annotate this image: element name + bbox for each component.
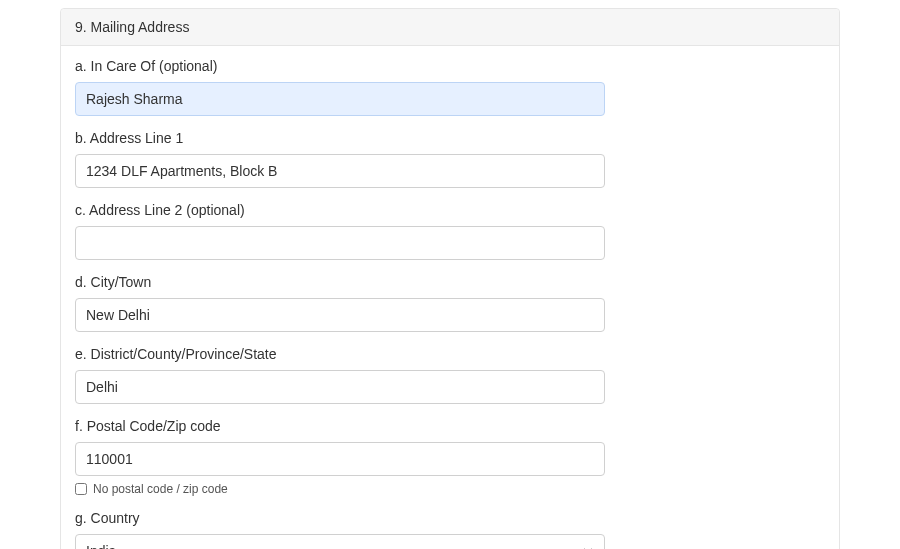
section-title: 9. Mailing Address [75,19,189,35]
country-select[interactable]: India [75,534,605,549]
address-line-1-input[interactable] [75,154,605,188]
section-body: a. In Care Of (optional) b. Address Line… [61,46,839,549]
in-care-of-input[interactable] [75,82,605,116]
district-input[interactable] [75,370,605,404]
field-city: d. City/Town [75,274,825,332]
field-address-line-2: c. Address Line 2 (optional) [75,202,825,260]
field-in-care-of: a. In Care Of (optional) [75,58,825,116]
section-header: 9. Mailing Address [61,9,839,46]
field-district: e. District/County/Province/State [75,346,825,404]
city-label: d. City/Town [75,274,825,290]
address-line-2-label: c. Address Line 2 (optional) [75,202,825,218]
country-select-wrap: India [75,534,605,549]
address-line-1-label: b. Address Line 1 [75,130,825,146]
country-label: g. Country [75,510,825,526]
no-postal-row: No postal code / zip code [75,482,825,496]
no-postal-label: No postal code / zip code [93,482,228,496]
no-postal-checkbox[interactable] [75,483,87,495]
in-care-of-label: a. In Care Of (optional) [75,58,825,74]
city-input[interactable] [75,298,605,332]
field-address-line-1: b. Address Line 1 [75,130,825,188]
field-postal-code: f. Postal Code/Zip code No postal code /… [75,418,825,496]
district-label: e. District/County/Province/State [75,346,825,362]
postal-code-label: f. Postal Code/Zip code [75,418,825,434]
mailing-address-section: 9. Mailing Address a. In Care Of (option… [60,8,840,549]
postal-code-input[interactable] [75,442,605,476]
address-line-2-input[interactable] [75,226,605,260]
field-country: g. Country India [75,510,825,549]
